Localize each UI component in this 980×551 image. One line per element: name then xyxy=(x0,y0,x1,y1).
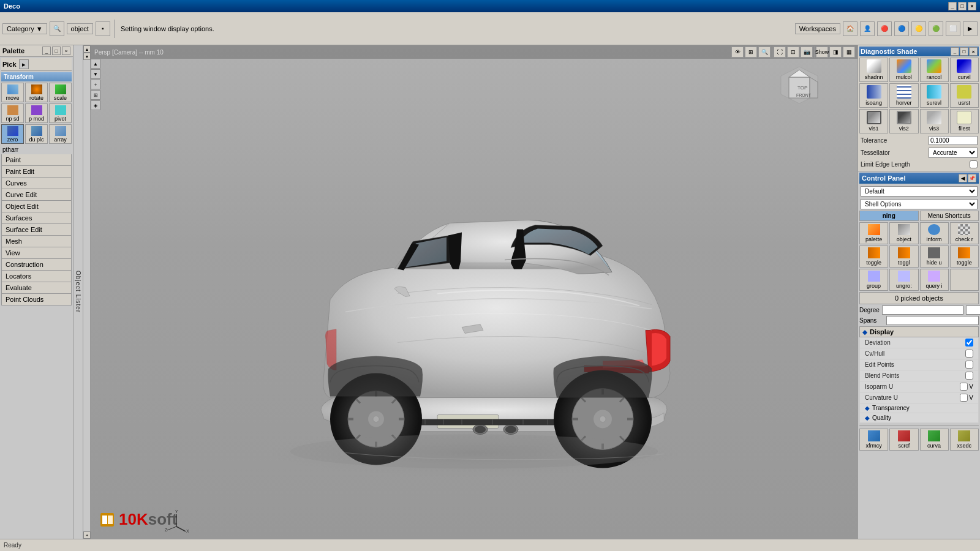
ws-icon-3[interactable]: 🔴 xyxy=(877,21,892,36)
vis2-btn[interactable]: vis2 xyxy=(889,109,918,133)
paint-edit-btn[interactable]: Paint Edit xyxy=(1,166,72,178)
viewport-icon-cam[interactable]: 📷 xyxy=(801,47,813,58)
palette-min-btn[interactable]: □ xyxy=(52,47,61,55)
maximize-button[interactable]: □ xyxy=(958,2,967,10)
control-panel-header[interactable]: Control Panel ◀ 📌 xyxy=(859,173,979,184)
isoparmu-v[interactable]: V xyxy=(969,383,973,390)
viewport-tool3[interactable]: ◈ xyxy=(91,100,100,110)
object-icon-btn[interactable]: ▪ xyxy=(96,21,110,36)
diag-max-btn[interactable]: □ xyxy=(960,47,968,56)
palette-close-btn[interactable]: × xyxy=(62,47,70,55)
usrst-btn[interactable]: usrst xyxy=(950,83,979,108)
view-expand-btn[interactable]: ▲ xyxy=(83,45,91,53)
toggl2-btn[interactable]: toggl xyxy=(889,246,918,268)
quality-row[interactable]: ◆ Quality xyxy=(859,413,979,423)
pmod-tool[interactable]: p mod xyxy=(25,103,48,123)
limit-edge-checkbox[interactable] xyxy=(970,160,978,168)
tessellator-dropdown[interactable]: Accurate Fast xyxy=(929,148,978,158)
diag-close-btn[interactable]: × xyxy=(969,47,978,56)
viewport-icon-last2[interactable]: ▦ xyxy=(843,47,855,58)
duplic-tool[interactable]: du plc xyxy=(25,124,48,144)
checkr-icon-btn[interactable]: check r xyxy=(950,222,979,244)
filest-btn[interactable]: filest xyxy=(950,109,979,133)
palette-pin-btn[interactable]: _ xyxy=(42,47,51,55)
curves-btn[interactable]: Curves xyxy=(1,178,72,189)
vis1-btn[interactable]: vis1 xyxy=(859,109,888,133)
viewport-icon-1[interactable]: 👁 xyxy=(731,47,744,58)
npsd-tool[interactable]: np sd xyxy=(1,103,24,123)
surfaces-btn[interactable]: Surfaces xyxy=(1,212,72,224)
shadnn-btn[interactable]: shadnn xyxy=(859,58,888,82)
horver-btn[interactable]: horver xyxy=(889,83,918,108)
editpoints-checkbox[interactable] xyxy=(965,361,973,369)
mulcol-btn[interactable]: mulcol xyxy=(889,58,918,82)
toggle3-btn[interactable]: toggle xyxy=(950,246,979,268)
group-btn[interactable]: group xyxy=(859,269,888,291)
curvatureu-v[interactable]: V xyxy=(969,394,973,401)
transparency-row[interactable]: ◆ Transparency xyxy=(859,403,979,413)
ws-icon-4[interactable]: 🔵 xyxy=(894,21,909,36)
ungroi-btn[interactable]: ungro: xyxy=(889,269,918,291)
toggle1-btn[interactable]: toggle xyxy=(859,246,888,268)
rotate-tool[interactable]: rotate xyxy=(25,83,48,102)
close-button[interactable]: × xyxy=(968,2,976,10)
isoparmu-checkbox[interactable] xyxy=(960,383,968,391)
degree-input2[interactable] xyxy=(966,305,980,315)
tolerance-input[interactable] xyxy=(929,136,978,145)
cvhull-checkbox[interactable] xyxy=(965,350,973,358)
rancol-btn[interactable]: rancol xyxy=(920,58,949,82)
tab-menu-shortcuts[interactable]: Menu Shortcuts xyxy=(920,211,979,221)
cp-expand-btn[interactable]: ◀ xyxy=(959,174,967,182)
viewport-icon-grid[interactable]: ⊡ xyxy=(787,47,799,58)
view-btn[interactable]: View xyxy=(1,247,72,259)
ws-icon-5[interactable]: 🟡 xyxy=(911,21,926,36)
ws-icon-1[interactable]: 🏠 xyxy=(843,21,858,36)
display-section-header[interactable]: ◆ Display xyxy=(859,326,979,337)
ws-icon-2[interactable]: 👤 xyxy=(860,21,875,36)
array-tool[interactable]: array xyxy=(49,124,72,144)
view-expand-btn2[interactable]: ▼ xyxy=(83,53,91,60)
queryi-btn[interactable]: query i xyxy=(920,269,949,291)
pivot-tool[interactable]: pivot xyxy=(49,103,72,123)
scale-tool[interactable]: scale xyxy=(49,83,72,102)
paint-btn[interactable]: Paint xyxy=(1,154,72,166)
object-lister-tab[interactable]: Object Lister xyxy=(74,45,83,539)
mesh-btn[interactable]: Mesh xyxy=(1,236,72,247)
search-button[interactable]: 🔍 xyxy=(50,21,64,36)
locators-btn[interactable]: Locators xyxy=(1,271,72,282)
curve-edit-btn[interactable]: Curve Edit xyxy=(1,189,72,201)
isoang-btn[interactable]: isoang xyxy=(859,83,888,108)
cp-pin-btn[interactable]: 📌 xyxy=(968,174,976,182)
inform-icon-btn[interactable]: inform xyxy=(920,222,949,244)
scrcf-btn[interactable]: scrcf xyxy=(889,429,918,451)
viewport-tool1[interactable]: + xyxy=(91,80,100,89)
ws-icon-expand[interactable]: ▶ xyxy=(963,21,978,36)
workspaces-btn[interactable]: Workspaces xyxy=(795,23,840,34)
degree-input[interactable] xyxy=(882,305,963,315)
viewport-arrow-dn[interactable]: ▼ xyxy=(91,69,100,79)
pick-options-btn[interactable]: ▸ xyxy=(19,59,29,69)
ws-icon-7[interactable]: ⬜ xyxy=(946,21,960,36)
spans-input[interactable] xyxy=(886,316,979,325)
viewport-icon-fullscreen[interactable]: ⛶ xyxy=(774,47,786,58)
tab-ning[interactable]: ning xyxy=(859,211,919,221)
palette-icon-btn[interactable]: palette xyxy=(859,222,888,244)
default-dropdown[interactable]: Default xyxy=(861,186,978,197)
xfrmcy-btn[interactable]: xfrmcy xyxy=(859,429,888,451)
surface-edit-btn[interactable]: Surface Edit xyxy=(1,224,72,236)
viewport-tool2[interactable]: ⊞ xyxy=(91,90,100,100)
blendpoints-checkbox[interactable] xyxy=(965,372,973,380)
nav-cube[interactable]: TOP FRONT xyxy=(778,64,821,107)
viewport-icon-last[interactable]: ◨ xyxy=(829,47,842,58)
surevl-btn[interactable]: surevl xyxy=(920,83,949,108)
curva-btn[interactable]: curva xyxy=(920,429,949,451)
curvil-btn[interactable]: curvil xyxy=(950,58,979,82)
xsedc-btn[interactable]: xsedc xyxy=(950,429,979,451)
viewport-icon-2[interactable]: ⊞ xyxy=(745,47,757,58)
construction-btn[interactable]: Construction xyxy=(1,259,72,271)
move-tool[interactable]: move xyxy=(1,83,24,102)
category-dropdown[interactable]: Category ▼ xyxy=(2,23,47,34)
viewport-zoom-fit[interactable]: 🔍 xyxy=(758,47,771,58)
object-icon-cell[interactable]: object xyxy=(889,222,918,244)
diag-min-btn[interactable]: _ xyxy=(951,47,959,56)
